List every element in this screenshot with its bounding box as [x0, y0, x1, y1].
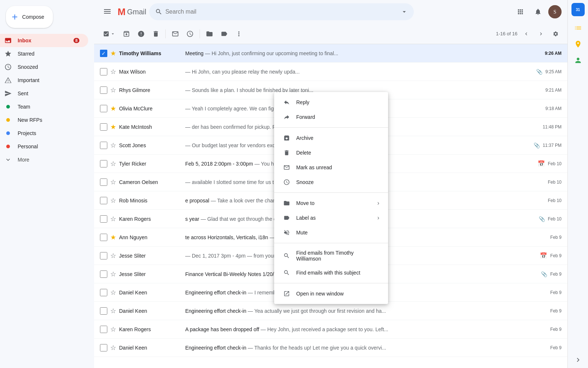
- sidebar-item-more[interactable]: More: [0, 153, 88, 166]
- email-checkbox[interactable]: [100, 105, 107, 112]
- mark-unread-toolbar-button[interactable]: [169, 27, 182, 40]
- delete-button[interactable]: [149, 27, 162, 40]
- context-menu-delete[interactable]: Delete: [274, 145, 388, 160]
- sidebar-item-inbox[interactable]: Inbox 8: [0, 34, 88, 47]
- context-menu-find-from[interactable]: Find emails from Timothy Williamson: [274, 246, 388, 265]
- star-button[interactable]: ☆: [110, 344, 116, 352]
- search-dropdown-icon[interactable]: [401, 8, 408, 15]
- star-button[interactable]: ☆: [110, 141, 116, 149]
- topbar-right: [513, 4, 562, 19]
- email-checkbox[interactable]: [100, 215, 107, 223]
- menu-button[interactable]: [100, 4, 115, 20]
- context-menu-find-subject[interactable]: Find emails with this subject: [274, 265, 388, 280]
- star-button[interactable]: ☆: [110, 215, 116, 223]
- search-input[interactable]: [165, 8, 398, 15]
- context-menu-snooze[interactable]: Snooze: [274, 175, 388, 190]
- star-button[interactable]: ☆: [110, 252, 116, 260]
- star-button[interactable]: ★: [110, 233, 116, 241]
- star-button[interactable]: ☆: [110, 160, 116, 168]
- archive-button[interactable]: [120, 27, 133, 40]
- keep-icon[interactable]: [571, 37, 585, 52]
- compose-button[interactable]: + Compose: [6, 6, 53, 28]
- email-checkbox[interactable]: [100, 68, 107, 75]
- sidebar-item-starred[interactable]: Starred: [0, 47, 88, 60]
- email-preview: Engineering effort check-in — Yea actual…: [185, 308, 550, 314]
- table-row[interactable]: ☆ Daniel Keen Engineering effort check-i…: [94, 302, 567, 320]
- star-button[interactable]: ★: [110, 105, 116, 113]
- email-checkbox[interactable]: [100, 252, 107, 259]
- sidebar-item-sent[interactable]: Sent: [0, 87, 88, 100]
- email-list: ✓ ★ Timothy Williams Meeting — Hi John, …: [94, 44, 567, 368]
- sidebar-item-snoozed[interactable]: Snoozed: [0, 60, 88, 74]
- context-menu-open-new[interactable]: Open in new window: [274, 286, 388, 301]
- select-all-button[interactable]: [100, 28, 118, 40]
- email-checkbox[interactable]: [100, 160, 107, 167]
- calendar-app-icon[interactable]: 31: [571, 3, 585, 16]
- email-checkbox[interactable]: ✓: [100, 50, 107, 57]
- settings-button[interactable]: [550, 28, 562, 40]
- context-menu-reply[interactable]: Reply: [274, 95, 388, 110]
- sidebar-item-team[interactable]: Team: [0, 100, 88, 113]
- email-checkbox[interactable]: [100, 234, 107, 241]
- more-toolbar-button[interactable]: [232, 27, 245, 40]
- sidebar-item-projects[interactable]: Projects: [0, 127, 88, 140]
- table-row[interactable]: ☆ Karen Rogers A package has been droppe…: [94, 320, 567, 339]
- email-checkbox[interactable]: [100, 326, 107, 333]
- sender-name: Cameron Oelsen: [119, 179, 185, 185]
- inbox-label: Inbox: [18, 38, 31, 43]
- context-menu-forward[interactable]: Forward: [274, 110, 388, 124]
- sidebar-item-important[interactable]: Important: [0, 74, 88, 87]
- star-button[interactable]: ☆: [110, 197, 116, 205]
- email-checkbox[interactable]: [100, 86, 107, 94]
- move-to-toolbar-button[interactable]: [203, 27, 216, 40]
- star-button[interactable]: ☆: [110, 68, 116, 76]
- email-meta: Feb 9: [550, 327, 562, 332]
- sidebar-item-newrfps[interactable]: New RFPs: [0, 113, 88, 127]
- open-new-icon: [283, 290, 290, 297]
- sender-name: Daniel Keen: [119, 308, 185, 314]
- email-checkbox[interactable]: [100, 289, 107, 296]
- label-toolbar-button[interactable]: [218, 27, 231, 40]
- expand-panel-icon[interactable]: [574, 356, 582, 365]
- star-button[interactable]: ☆: [110, 270, 116, 278]
- contacts-icon[interactable]: [571, 53, 585, 68]
- tasks-icon[interactable]: [571, 21, 585, 35]
- snooze-icon: [283, 178, 290, 186]
- table-row[interactable]: ☆ Max Wilson — Hi John, can you please r…: [94, 63, 567, 81]
- star-button[interactable]: ★: [110, 123, 116, 131]
- star-button[interactable]: ☆: [110, 307, 116, 315]
- star-button[interactable]: ☆: [110, 178, 116, 186]
- context-menu-mute[interactable]: Mute: [274, 225, 388, 240]
- sidebar-item-personal[interactable]: Personal: [0, 140, 88, 153]
- email-checkbox[interactable]: [100, 123, 107, 131]
- sender-name: Scott Jones: [119, 142, 185, 148]
- snooze-toolbar-button[interactable]: [183, 27, 197, 40]
- star-button[interactable]: ☆: [110, 289, 116, 297]
- find-from-label: Find emails from Timothy Williamson: [296, 250, 379, 262]
- prev-page-button[interactable]: [520, 28, 532, 40]
- table-row[interactable]: ✓ ★ Timothy Williams Meeting — Hi John, …: [94, 44, 567, 63]
- star-button[interactable]: ☆: [110, 325, 116, 333]
- context-menu-archive[interactable]: Archive: [274, 131, 388, 145]
- context-menu-mark-unread[interactable]: Mark as unread: [274, 160, 388, 175]
- apps-button[interactable]: [513, 4, 528, 19]
- email-checkbox[interactable]: [100, 344, 107, 351]
- star-button[interactable]: ☆: [110, 86, 116, 94]
- notifications-button[interactable]: [531, 4, 545, 19]
- email-subject: Engineering effort check-in: [185, 290, 246, 296]
- toolbar-divider-2: [200, 29, 200, 38]
- table-row[interactable]: ☆ Daniel Keen Engineering effort check-i…: [94, 339, 567, 357]
- next-page-button[interactable]: [535, 28, 547, 40]
- avatar[interactable]: [548, 5, 562, 18]
- email-checkbox[interactable]: [100, 197, 107, 204]
- starred-label: Starred: [18, 51, 35, 57]
- email-checkbox[interactable]: [100, 307, 107, 315]
- context-menu-label-as[interactable]: Label as ›: [274, 210, 388, 225]
- context-menu-move-to[interactable]: Move to ›: [274, 196, 388, 210]
- email-checkbox[interactable]: [100, 270, 107, 278]
- email-checkbox[interactable]: [100, 178, 107, 186]
- report-spam-button[interactable]: [135, 27, 148, 40]
- gmail-m-icon: M: [118, 6, 126, 18]
- star-button[interactable]: ★: [110, 49, 116, 57]
- email-checkbox[interactable]: [100, 142, 107, 149]
